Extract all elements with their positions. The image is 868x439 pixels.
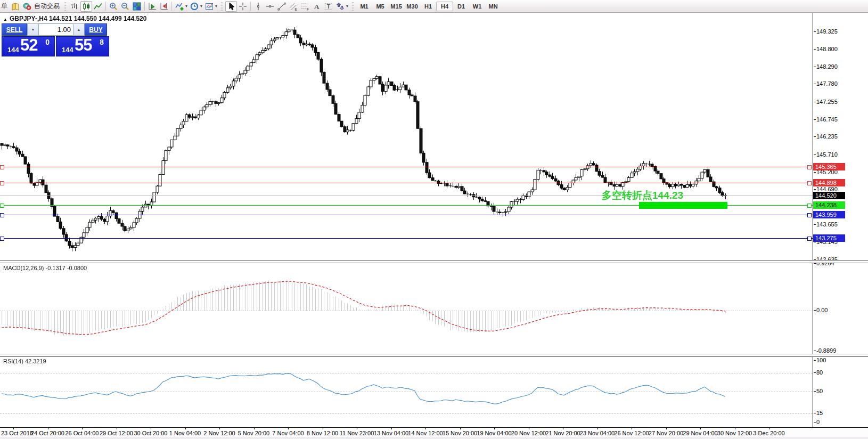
time-tick <box>117 428 117 429</box>
timeframe-button-m30[interactable]: M30 <box>404 2 420 11</box>
timeframe-button-h1[interactable]: H1 <box>420 2 436 11</box>
zoom-in-icon[interactable] <box>108 1 119 12</box>
autotrade-icon <box>21 1 33 12</box>
chart-shift-icon[interactable] <box>158 1 170 12</box>
sell-price-display[interactable]: 144 52 0 <box>2 36 55 56</box>
time-tick <box>391 428 392 429</box>
time-label: 11 Nov 23:00 <box>340 430 374 436</box>
buy-price-display[interactable]: 144 55 8 <box>56 36 109 56</box>
hline-handle-right[interactable] <box>807 213 812 217</box>
macd-indicator-label: MACD(12,26,9) -0.1317 -0.0800 <box>3 265 87 271</box>
hline-handle-right[interactable] <box>807 181 812 185</box>
volume-decrease-button[interactable]: ▼ <box>27 23 39 36</box>
autotrading-button[interactable]: 自动交易 <box>21 1 62 12</box>
templates-icon[interactable] <box>203 1 215 12</box>
buy-button[interactable]: BUY <box>85 23 107 36</box>
toolbar-separator <box>144 2 145 11</box>
bar-chart-icon[interactable] <box>69 1 80 12</box>
hline-object-144.238[interactable] <box>0 205 813 206</box>
fibonacci-icon[interactable]: F <box>299 1 311 12</box>
price-axis: 149.325148.800148.290147.780147.255146.7… <box>813 13 868 427</box>
vertical-line-icon[interactable] <box>252 1 264 12</box>
macd-pane-splitter[interactable] <box>0 260 868 263</box>
periods-icon[interactable] <box>189 1 200 12</box>
price-tag-144.520: 144.520 <box>813 192 845 199</box>
time-label: 30 Nov 12:00 <box>717 430 752 436</box>
hline-handle-left[interactable] <box>0 204 4 208</box>
hline-object-145.365[interactable] <box>0 167 813 167</box>
hline-handle-right[interactable] <box>807 165 812 169</box>
arrows-icon[interactable] <box>334 1 346 12</box>
rsi-tick-label: 15 <box>816 410 823 416</box>
time-label: 21 Nov 20:00 <box>545 430 580 436</box>
templates-dropdown-arrow[interactable]: ▾ <box>215 4 217 9</box>
time-tick <box>529 428 529 429</box>
trendline-icon[interactable] <box>276 1 288 12</box>
channel-icon[interactable]: E <box>288 1 299 12</box>
hline-handle-right[interactable] <box>807 204 812 208</box>
crosshair-icon[interactable] <box>237 1 249 12</box>
new-order-truncated-label[interactable]: 单 <box>1 2 7 11</box>
periods-dropdown-arrow[interactable]: ▾ <box>200 4 202 9</box>
arrows-dropdown-arrow[interactable]: ▾ <box>346 4 348 9</box>
hline-handle-left[interactable] <box>0 237 4 241</box>
toolbar-grip[interactable] <box>221 2 223 11</box>
text-icon[interactable]: A <box>311 1 323 12</box>
turning-point-annotation[interactable]: 多空转折点144.23 <box>602 189 683 202</box>
rsi-tick-label: 100 <box>816 357 826 363</box>
toolbar-grip[interactable] <box>352 2 354 11</box>
volume-increase-button[interactable]: ▲ <box>73 23 85 36</box>
timeframe-button-w1[interactable]: W1 <box>469 2 485 11</box>
text-label-icon[interactable]: T <box>323 1 334 12</box>
hline-object-144.898[interactable] <box>0 183 813 183</box>
hline-handle-left[interactable] <box>0 213 4 217</box>
timeframe-button-d1[interactable]: D1 <box>453 2 469 11</box>
current-price-line-144.520[interactable] <box>0 196 813 196</box>
candlestick-chart-icon[interactable] <box>80 1 92 12</box>
price-tick-label: 143.655 <box>816 221 838 227</box>
time-tick <box>48 428 48 429</box>
sell-price-handle: 144 <box>7 46 19 54</box>
svg-text:E: E <box>295 7 298 11</box>
time-label: 23 Nov 04:00 <box>580 430 615 436</box>
hline-handle-left[interactable] <box>0 165 4 169</box>
time-tick <box>185 428 186 429</box>
time-label: 27 Nov 20:00 <box>649 430 683 436</box>
sell-price-pip: 0 <box>45 38 50 46</box>
horizontal-line-icon[interactable] <box>264 1 276 12</box>
new-order-icon[interactable] <box>10 1 21 12</box>
time-label: 26 Nov 12:00 <box>614 430 649 436</box>
volume-input[interactable] <box>39 23 73 36</box>
tile-windows-icon[interactable] <box>131 1 143 12</box>
timeframe-button-m5[interactable]: M5 <box>372 2 388 11</box>
timeframe-button-m15[interactable]: M15 <box>388 2 404 11</box>
zoom-out-icon[interactable] <box>119 1 131 12</box>
cursor-icon[interactable] <box>225 1 237 12</box>
time-tick <box>323 428 323 429</box>
auto-scroll-icon[interactable] <box>146 1 158 12</box>
price-tick-label: 147.255 <box>816 99 838 105</box>
timeframe-button-mn[interactable]: MN <box>485 2 501 11</box>
hline-handle-left[interactable] <box>0 181 4 185</box>
hline-handle-right[interactable] <box>807 237 812 241</box>
line-chart-icon[interactable] <box>92 1 104 12</box>
time-tick <box>769 428 769 429</box>
price-tag-144.238: 144.238 <box>813 201 845 209</box>
timeframe-button-h4[interactable]: H4 <box>436 2 453 11</box>
time-tick <box>13 428 14 429</box>
indicators-icon[interactable] <box>174 1 185 12</box>
svg-text:F: F <box>307 7 309 11</box>
toolbar-grip[interactable] <box>64 2 66 11</box>
time-label: 14 Nov 12:00 <box>408 430 443 436</box>
time-tick <box>254 428 255 429</box>
time-tick <box>425 428 426 429</box>
symbol-ohlc-label: ▲GBPJPY-,H4 144.521 144.550 144.499 144.… <box>3 15 146 22</box>
timeframe-button-m1[interactable]: M1 <box>356 2 372 11</box>
sell-button[interactable]: SELL <box>2 23 27 36</box>
hline-object-143.959[interactable] <box>0 215 813 215</box>
price-chart-canvas[interactable] <box>0 0 868 439</box>
hline-object-143.275[interactable] <box>0 238 813 239</box>
indicators-dropdown-arrow[interactable]: ▾ <box>185 4 187 9</box>
rsi-pane-splitter[interactable] <box>0 354 868 357</box>
time-tick <box>460 428 461 429</box>
